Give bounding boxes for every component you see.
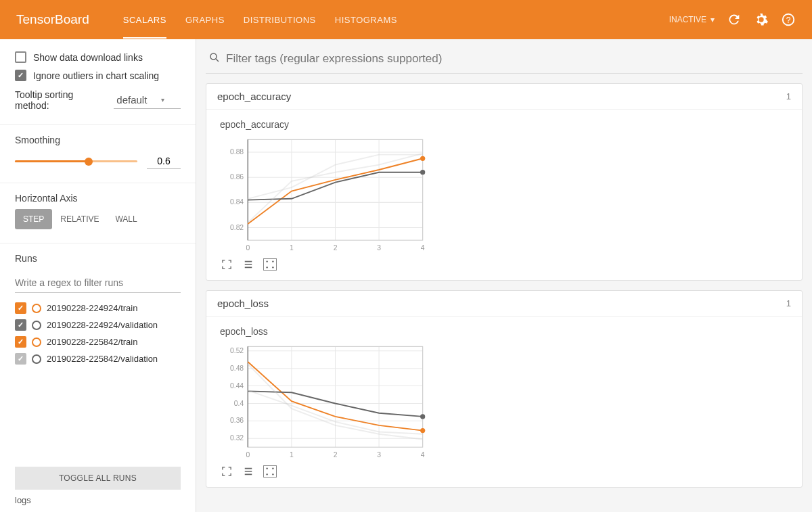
svg-text:0.48: 0.48 <box>230 365 244 372</box>
svg-text:3: 3 <box>377 244 381 252</box>
fullscreen-icon[interactable] <box>220 258 233 271</box>
svg-point-56 <box>273 468 274 469</box>
tab-scalars[interactable]: SCALARS <box>123 1 166 39</box>
nav-tabs: SCALARS GRAPHS DISTRIBUTIONS HISTOGRAMS <box>123 1 669 39</box>
header-actions: INACTIVE ▾ ? <box>669 12 796 27</box>
tab-graphs[interactable]: GRAPHS <box>185 1 225 39</box>
svg-point-57 <box>267 474 268 475</box>
smoothing-slider[interactable] <box>15 160 137 162</box>
app-logo: TensorBoard <box>16 12 89 27</box>
chevron-down-icon: ▾ <box>710 15 715 24</box>
svg-point-54 <box>420 414 425 419</box>
svg-point-28 <box>273 267 274 269</box>
run-checkbox[interactable] <box>15 336 26 348</box>
show-download-checkbox[interactable] <box>15 51 26 63</box>
axis-relative-button[interactable]: RELATIVE <box>52 209 107 229</box>
chart: 0.320.360.40.440.480.5201234 <box>220 341 430 463</box>
run-name: 20190228-224924/validation <box>47 320 158 330</box>
smoothing-value-input[interactable] <box>147 154 181 169</box>
run-checkbox[interactable] <box>15 319 26 331</box>
panel-count: 1 <box>786 298 791 308</box>
panel-title: epoch_loss <box>217 298 269 309</box>
tab-histograms[interactable]: HISTOGRAMS <box>335 1 397 39</box>
app-header: TensorBoard SCALARS GRAPHS DISTRIBUTIONS… <box>0 0 812 39</box>
list-icon[interactable] <box>242 465 255 478</box>
panel-header[interactable]: epoch_accuracy 1 <box>206 84 802 110</box>
chart: 0.820.840.860.8801234 <box>220 134 430 256</box>
run-name: 20190228-225842/validation <box>47 354 158 364</box>
svg-text:4: 4 <box>421 244 425 252</box>
sidebar: Show data download links Ignore outliers… <box>0 39 196 512</box>
svg-text:1: 1 <box>290 244 294 252</box>
toggle-all-runs-button[interactable]: TOGGLE ALL RUNS <box>15 467 181 490</box>
help-icon[interactable]: ? <box>781 12 796 27</box>
svg-text:0: 0 <box>246 451 250 459</box>
svg-point-2 <box>210 53 217 60</box>
run-row[interactable]: 20190228-224924/train <box>15 300 181 317</box>
svg-text:0.52: 0.52 <box>230 347 244 354</box>
svg-text:0.86: 0.86 <box>230 173 244 181</box>
inactive-label: INACTIVE <box>669 15 706 24</box>
svg-point-55 <box>267 468 268 469</box>
fit-icon[interactable] <box>263 258 277 271</box>
chart-tools <box>206 463 802 487</box>
tag-filter-input[interactable] <box>226 52 800 66</box>
svg-point-27 <box>267 267 268 269</box>
svg-point-24 <box>420 170 425 174</box>
runs-label: Runs <box>15 253 181 264</box>
chart-title: epoch_loss <box>206 317 802 341</box>
svg-text:?: ? <box>786 16 791 25</box>
ignore-outliers-checkbox[interactable] <box>15 70 26 81</box>
panel-title: epoch_accuracy <box>217 91 291 102</box>
tooltip-sort-label: Tooltip sorting method: <box>15 89 108 111</box>
refresh-icon[interactable] <box>727 12 742 27</box>
svg-point-58 <box>273 474 274 475</box>
axis-wall-button[interactable]: WALL <box>107 209 145 229</box>
panel-header[interactable]: epoch_loss 1 <box>206 291 802 317</box>
run-name: 20190228-225842/train <box>47 337 137 347</box>
main-area: Show data download links Ignore outliers… <box>0 39 812 512</box>
panel-count: 1 <box>786 91 791 101</box>
axis-step-button[interactable]: STEP <box>15 209 52 229</box>
run-color-swatch <box>32 304 41 313</box>
show-download-label: Show data download links <box>33 52 143 63</box>
inactive-dropdown[interactable]: INACTIVE ▾ <box>669 15 715 24</box>
horizontal-axis-label: Horizontal Axis <box>15 193 181 204</box>
tooltip-sort-select[interactable]: default <box>114 91 181 109</box>
search-icon <box>208 51 221 66</box>
run-checkbox[interactable] <box>15 302 26 314</box>
runs-filter-input[interactable] <box>15 273 181 293</box>
svg-text:2: 2 <box>334 451 338 459</box>
svg-text:0: 0 <box>246 244 250 252</box>
gear-icon[interactable] <box>754 12 769 27</box>
fullscreen-icon[interactable] <box>220 465 233 478</box>
logs-path-label: logs <box>15 495 181 505</box>
svg-point-53 <box>420 428 425 433</box>
panel: epoch_loss 1 epoch_loss 0.320.360.40.440… <box>206 290 803 488</box>
ignore-outliers-checkbox-row[interactable]: Ignore outliers in chart scaling <box>15 70 181 81</box>
svg-point-26 <box>273 261 274 262</box>
run-row[interactable]: 20190228-225842/validation <box>15 350 181 367</box>
svg-text:0.4: 0.4 <box>234 400 244 407</box>
show-download-checkbox-row[interactable]: Show data download links <box>15 51 181 63</box>
smoothing-label: Smoothing <box>15 135 181 145</box>
ignore-outliers-label: Ignore outliers in chart scaling <box>33 70 159 81</box>
runs-list: 20190228-224924/train 20190228-224924/va… <box>15 300 181 367</box>
svg-text:0.82: 0.82 <box>230 224 244 231</box>
run-row[interactable]: 20190228-224924/validation <box>15 317 181 333</box>
svg-text:2: 2 <box>334 244 338 252</box>
content-area: epoch_accuracy 1 epoch_accuracy 0.820.84… <box>196 39 812 512</box>
run-color-swatch <box>32 338 41 347</box>
svg-text:0.36: 0.36 <box>230 417 244 424</box>
svg-text:0.32: 0.32 <box>230 434 244 442</box>
run-name: 20190228-224924/train <box>47 303 137 313</box>
svg-text:0.84: 0.84 <box>230 198 244 206</box>
run-checkbox[interactable] <box>15 353 26 365</box>
svg-text:0.44: 0.44 <box>230 382 244 390</box>
run-row[interactable]: 20190228-225842/train <box>15 333 181 350</box>
chart-title: epoch_accuracy <box>206 110 802 134</box>
list-icon[interactable] <box>242 258 255 271</box>
fit-icon[interactable] <box>263 465 277 478</box>
chart-tools <box>206 256 802 280</box>
tab-distributions[interactable]: DISTRIBUTIONS <box>244 1 316 39</box>
